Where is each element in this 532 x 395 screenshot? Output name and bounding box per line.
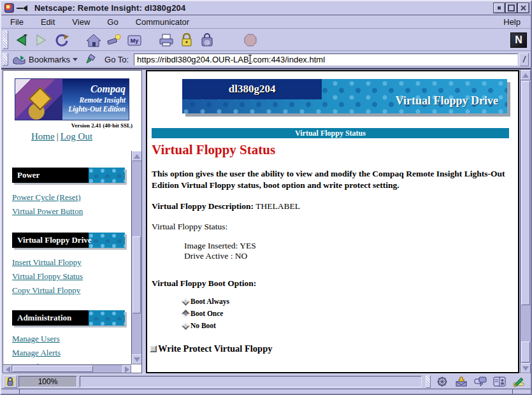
sidebar-item-virtual-floppy-status[interactable]: Virtual Floppy Status bbox=[12, 272, 131, 281]
scroll-left-button[interactable] bbox=[3, 365, 12, 373]
boot-always-option[interactable]: Boot Always bbox=[183, 298, 518, 305]
netscape-window: Netscape: Remote Insight: dl380g204 File… bbox=[0, 0, 532, 395]
menu-edit[interactable]: Edit bbox=[41, 17, 55, 27]
subtitle-bar: Virtual Floppy Status bbox=[152, 128, 509, 138]
home-icon[interactable] bbox=[85, 32, 103, 48]
netscape-logo[interactable]: N bbox=[510, 32, 527, 48]
sidebar-scrollbar[interactable] bbox=[131, 151, 141, 364]
scrollbar-thumb[interactable] bbox=[521, 81, 530, 305]
radio-icon bbox=[182, 298, 190, 306]
image-inserted-value: Image Inserted: YES bbox=[184, 241, 518, 251]
url-input[interactable]: https://ribdl380g204.OUR-LAB.com:443/ind… bbox=[134, 54, 518, 66]
composer-icon[interactable] bbox=[510, 375, 527, 388]
text-caret bbox=[250, 55, 250, 64]
floppy-description-value: THELABEL bbox=[255, 201, 300, 211]
compaq-logo-art bbox=[15, 79, 62, 120]
scroll-down-button[interactable] bbox=[132, 354, 142, 364]
write-protect-option[interactable]: Write Protect Virtual Floppy bbox=[150, 343, 518, 354]
logout-link[interactable]: Log Out bbox=[61, 131, 92, 141]
window-pin-icon[interactable] bbox=[17, 5, 28, 11]
toolbar-grip[interactable] bbox=[3, 31, 8, 49]
floppy-description-row: Virtual Floppy Description: THELABEL bbox=[152, 201, 518, 212]
page-title: Virtual Floppy Status bbox=[152, 142, 518, 158]
scroll-down-button[interactable] bbox=[521, 363, 531, 373]
nav-frame: Power Power Cycle (Reset) Virtual Power … bbox=[3, 151, 141, 373]
no-boot-option[interactable]: No Boot bbox=[183, 322, 518, 329]
search-icon[interactable] bbox=[105, 32, 123, 48]
version-text: Version 2.41 (40-bit SSL) bbox=[3, 122, 133, 129]
component-bar-grip[interactable] bbox=[426, 375, 431, 388]
svg-text:@: @ bbox=[205, 39, 210, 45]
scroll-up-button[interactable] bbox=[132, 151, 142, 161]
inbox-icon[interactable] bbox=[452, 375, 470, 388]
app-icon bbox=[4, 3, 14, 13]
sidebar-item-virtual-power-button[interactable]: Virtual Power Button bbox=[12, 207, 131, 216]
radio-icon bbox=[182, 310, 190, 318]
sidebar-item-copy-virtual-floppy[interactable]: Copy Virtual Floppy bbox=[12, 286, 131, 295]
url-dropdown-button[interactable] bbox=[519, 53, 529, 66]
section-header-power: Power bbox=[12, 168, 125, 183]
bookmarks-icon[interactable] bbox=[12, 51, 26, 68]
menu-help[interactable]: Help bbox=[503, 17, 521, 27]
back-icon[interactable] bbox=[12, 32, 30, 48]
close-button[interactable] bbox=[518, 3, 529, 13]
discussions-icon[interactable] bbox=[471, 375, 489, 388]
title-bar[interactable]: Netscape: Remote Insight: dl380g204 bbox=[1, 1, 531, 15]
print-icon[interactable] bbox=[157, 32, 175, 48]
compaq-logo: Compaq Remote Insight Lights-Out Edition bbox=[15, 78, 129, 120]
radio-icon bbox=[182, 322, 190, 330]
sidebar-item-power-cycle[interactable]: Power Cycle (Reset) bbox=[12, 193, 131, 202]
server-name-box: dl380g204 bbox=[182, 79, 322, 99]
main-frame: dl380g204 Virtual Floppy Drive Virtual F… bbox=[146, 70, 519, 373]
security-lock-icon[interactable] bbox=[3, 375, 17, 388]
maximize-button[interactable] bbox=[506, 3, 517, 13]
my-netscape-icon[interactable]: My bbox=[126, 32, 143, 48]
forward-icon[interactable] bbox=[32, 32, 50, 48]
section-header-virtual-floppy: Virtual Floppy Drive bbox=[12, 233, 125, 248]
logo-frame: Compaq Remote Insight Lights-Out Edition… bbox=[3, 78, 141, 156]
location-proxy-icon[interactable] bbox=[84, 51, 97, 68]
sidebar-item-insert-virtual-floppy[interactable]: Insert Virtual Floppy bbox=[12, 258, 131, 267]
section-header-texture bbox=[89, 168, 125, 183]
page-banner: dl380g204 Virtual Floppy Drive bbox=[182, 79, 507, 113]
navigation-toolbar: My @ N bbox=[1, 29, 531, 51]
navigator-icon[interactable] bbox=[433, 375, 450, 388]
bookmarks-dropdown-icon[interactable] bbox=[73, 58, 78, 61]
boot-once-option[interactable]: Boot Once bbox=[183, 310, 518, 317]
window-resize-edge[interactable] bbox=[1, 389, 531, 394]
menu-go[interactable]: Go bbox=[107, 17, 118, 27]
menu-bar: File Edit View Go Communicator Help bbox=[1, 16, 531, 29]
reload-icon[interactable] bbox=[53, 32, 71, 48]
floppy-status-values: Image Inserted: YES Drive Active : NO bbox=[184, 241, 518, 261]
shop-icon[interactable]: @ bbox=[198, 32, 216, 48]
checkbox-icon bbox=[150, 345, 157, 352]
home-link[interactable]: Home bbox=[31, 131, 55, 141]
menu-communicator[interactable]: Communicator bbox=[136, 17, 190, 27]
status-bar: 100% bbox=[1, 373, 531, 389]
scroll-up-button[interactable] bbox=[521, 70, 531, 80]
security-icon[interactable] bbox=[178, 32, 196, 48]
scrollbar-thumb-lower[interactable] bbox=[521, 341, 530, 363]
stop-icon[interactable] bbox=[241, 32, 259, 48]
floppy-status-label: Virtual Floppy Status: bbox=[152, 222, 518, 232]
sidebar-frame: Compaq Remote Insight Lights-Out Edition… bbox=[3, 70, 142, 373]
h-scrollbar-thumb[interactable] bbox=[13, 366, 93, 372]
session-links: Home|Log Out bbox=[31, 131, 141, 142]
section-header-texture bbox=[89, 310, 125, 326]
boot-option-group: Boot Always Boot Once No Boot bbox=[183, 298, 518, 329]
menu-view[interactable]: View bbox=[72, 17, 90, 27]
address-book-icon[interactable] bbox=[491, 375, 508, 388]
menu-file[interactable]: File bbox=[10, 17, 24, 27]
drive-active-value: Drive Active : NO bbox=[184, 251, 518, 261]
location-grip[interactable] bbox=[3, 53, 8, 66]
sidebar-item-manage-alerts[interactable]: Manage Alerts bbox=[12, 348, 131, 357]
main-scrollbar[interactable] bbox=[520, 70, 531, 373]
progress-indicator: 100% bbox=[18, 376, 77, 387]
scrollbar-thumb[interactable] bbox=[133, 236, 141, 313]
section-header-administration: Administration bbox=[12, 310, 125, 326]
scroll-right-button[interactable] bbox=[122, 365, 131, 373]
sidebar-item-manage-users[interactable]: Manage Users bbox=[12, 334, 131, 343]
bookmarks-label[interactable]: Bookmarks bbox=[29, 55, 70, 64]
minimize-button[interactable] bbox=[494, 3, 505, 13]
sidebar-h-scrollbar[interactable] bbox=[3, 364, 131, 373]
